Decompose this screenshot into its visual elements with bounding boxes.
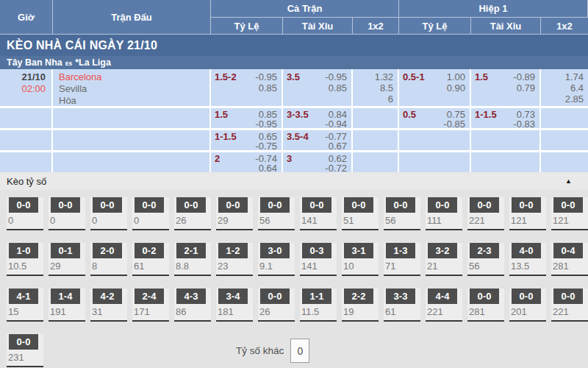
score-cell[interactable]: 0-026 bbox=[258, 289, 295, 322]
score-cell[interactable]: 0-00 bbox=[49, 197, 85, 230]
full-handicap-odds[interactable]: 2 -0.740.64 bbox=[211, 152, 282, 172]
full-overunder-odds[interactable]: 3-3.5 0.84-0.94 bbox=[283, 108, 351, 128]
score-cell[interactable]: 0-026 bbox=[174, 197, 211, 230]
odds-value[interactable]: 6.4 bbox=[570, 82, 584, 93]
h1-handicap-odds[interactable]: 0.5-1 1.000.90 bbox=[399, 69, 470, 106]
odds-value[interactable]: 1.32 bbox=[375, 71, 393, 82]
score-cell[interactable]: 3-221 bbox=[426, 243, 462, 276]
away-team[interactable]: Sevilla bbox=[59, 83, 209, 95]
odds-value[interactable]: -0.95 bbox=[255, 119, 277, 129]
full-handicap-odds[interactable]: 1.5-2 -0.950.85 bbox=[211, 69, 282, 106]
odds-value[interactable]: 2.85 bbox=[565, 93, 584, 105]
odds-value[interactable]: -0.75 bbox=[255, 141, 277, 151]
score-cell[interactable]: 2-356 bbox=[467, 243, 504, 276]
collapse-arrow-icon[interactable]: ▲ bbox=[565, 177, 572, 185]
odds-value[interactable]: 1.74 bbox=[565, 71, 584, 82]
score-cell[interactable]: 1-111.5 bbox=[300, 289, 337, 322]
score-odds: 86 bbox=[174, 304, 211, 320]
score-cell[interactable]: 3-09.1 bbox=[258, 243, 295, 276]
odds-value[interactable]: -0.89 bbox=[513, 71, 535, 82]
score-cell[interactable]: 1-371 bbox=[384, 243, 420, 276]
empty-cell bbox=[53, 108, 209, 128]
score-odds: 10.5 bbox=[7, 258, 43, 275]
score-cell[interactable]: 0-0121 bbox=[509, 197, 546, 230]
score-cell[interactable]: 0-00 bbox=[7, 197, 43, 230]
score-cell[interactable]: 0-0111 bbox=[426, 197, 462, 230]
score-cell[interactable]: 3-361 bbox=[384, 289, 420, 322]
full-1x2-odds[interactable]: 1.32 8.5 6 bbox=[353, 69, 398, 106]
empty-cell bbox=[0, 108, 51, 128]
league-bar[interactable]: Tây Ban Nha ᴇs *La Liga bbox=[0, 56, 588, 69]
score-cell[interactable]: 3-110 bbox=[342, 243, 379, 276]
score-badge: 0-0 bbox=[470, 289, 499, 304]
odds-value[interactable]: 0.79 bbox=[517, 82, 535, 93]
odds-value[interactable]: 0.90 bbox=[447, 82, 465, 93]
score-cell[interactable]: 0-0281 bbox=[467, 289, 504, 322]
score-cell[interactable]: 1-010.5 bbox=[7, 243, 43, 276]
h1-overunder-odds[interactable]: 1.5 -0.890.79 bbox=[471, 69, 539, 106]
score-cell[interactable]: 0-056 bbox=[384, 197, 420, 230]
correct-score-header[interactable]: Kèo tỷ số ▲ bbox=[0, 172, 588, 190]
odds-value[interactable]: -0.85 bbox=[443, 119, 465, 129]
score-cell[interactable]: 4-4221 bbox=[426, 289, 462, 322]
odds-value[interactable]: 1.00 bbox=[447, 71, 465, 82]
score-cell[interactable]: 2-18.8 bbox=[174, 243, 211, 276]
full-overunder-odds[interactable]: 3 0.62-0.72 bbox=[283, 152, 351, 172]
h1-1x2-odds[interactable]: 1.74 6.4 2.85 bbox=[541, 69, 588, 106]
score-cell[interactable]: 2-219 bbox=[342, 289, 379, 322]
score-cell[interactable]: 0-051 bbox=[342, 197, 379, 230]
odds-value[interactable]: 0.64 bbox=[259, 163, 277, 173]
score-cell[interactable]: 0-261 bbox=[132, 243, 169, 276]
odds-value[interactable]: 8.5 bbox=[380, 82, 393, 93]
score-cell[interactable]: 0-0141 bbox=[300, 197, 337, 230]
odds-value[interactable]: -0.95 bbox=[255, 71, 277, 82]
h1-handicap-odds[interactable]: 0.5 0.75-0.85 bbox=[399, 108, 470, 128]
score-odds: 221 bbox=[426, 304, 462, 320]
empty-cell bbox=[471, 152, 539, 172]
full-overunder-odds[interactable]: 3.5-4 -0.770.67 bbox=[283, 130, 351, 150]
full-handicap-odds[interactable]: 1-1.5 0.65-0.75 bbox=[211, 130, 282, 150]
score-odds: 56 bbox=[467, 258, 504, 275]
score-cell[interactable]: 0-3141 bbox=[300, 243, 337, 276]
score-odds: 121 bbox=[551, 213, 588, 229]
score-cell[interactable]: 4-231 bbox=[90, 289, 127, 322]
score-cell[interactable]: 0-0231 bbox=[7, 334, 43, 367]
odds-value[interactable]: -0.83 bbox=[513, 119, 535, 129]
full-overunder-odds[interactable]: 3.5 -0.950.85 bbox=[283, 69, 351, 106]
odds-value[interactable]: 0.85 bbox=[259, 82, 277, 93]
odds-value[interactable]: 0.67 bbox=[329, 141, 347, 151]
odds-value[interactable]: -0.95 bbox=[325, 71, 347, 82]
score-cell[interactable]: 4-386 bbox=[174, 289, 211, 322]
score-odds: 15 bbox=[7, 304, 43, 320]
score-cell[interactable]: 0-056 bbox=[258, 197, 295, 230]
header-match: Trận Đấu bbox=[53, 0, 211, 35]
score-cell[interactable]: 3-4181 bbox=[216, 289, 253, 322]
home-team[interactable]: Barcelona bbox=[59, 71, 209, 83]
score-cell[interactable]: 2-08 bbox=[90, 243, 127, 276]
score-cell[interactable]: 2-4171 bbox=[132, 289, 169, 322]
score-cell[interactable]: 1-4191 bbox=[49, 289, 85, 322]
odds-value[interactable]: 6 bbox=[388, 93, 393, 105]
score-cell[interactable]: 0-129 bbox=[49, 243, 85, 276]
other-score-input[interactable]: 0 bbox=[290, 339, 309, 363]
score-cell[interactable]: 0-029 bbox=[216, 197, 253, 230]
score-odds: 9.1 bbox=[258, 258, 295, 275]
score-cell[interactable]: 0-4281 bbox=[551, 243, 588, 276]
score-cell[interactable]: 0-00 bbox=[132, 197, 169, 230]
score-cell[interactable]: 0-0221 bbox=[467, 197, 504, 230]
score-badge: 0-0 bbox=[9, 334, 38, 350]
score-cell[interactable]: 0-0121 bbox=[551, 197, 588, 230]
score-odds: 26 bbox=[174, 213, 211, 229]
odds-value[interactable]: -0.72 bbox=[325, 163, 347, 173]
score-cell[interactable]: 1-223 bbox=[216, 243, 253, 276]
h1-overunder-odds[interactable]: 1-1.5 0.73-0.83 bbox=[471, 108, 539, 128]
odds-value[interactable]: -0.94 bbox=[325, 119, 347, 129]
full-handicap-odds[interactable]: 1.5 0.85-0.95 bbox=[211, 108, 282, 128]
score-badge: 2-3 bbox=[470, 243, 499, 258]
score-cell[interactable]: 0-0221 bbox=[551, 289, 588, 322]
score-cell[interactable]: 4-115 bbox=[7, 289, 43, 322]
odds-value[interactable]: 0.85 bbox=[329, 82, 347, 93]
score-cell[interactable]: 0-00 bbox=[90, 197, 127, 230]
score-cell[interactable]: 4-013.5 bbox=[509, 243, 546, 276]
score-cell[interactable]: 0-0201 bbox=[509, 289, 546, 322]
